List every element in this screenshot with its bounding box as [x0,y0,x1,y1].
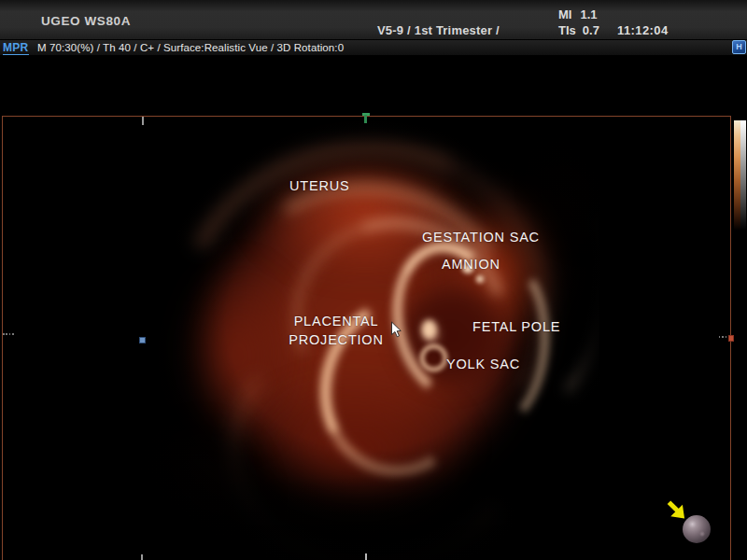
annotation-placental-line1: PLACENTAL [280,312,392,330]
ti-value: 0.7 [583,23,599,37]
probe-orientation-marker-stem [364,115,367,123]
ti-label: TIs [558,23,576,37]
top-edge-tick [142,117,144,125]
annotation-placental-line2: PROJECTION [280,330,392,349]
render-settings-text: M 70:30(%) / Th 40 / C+ / Surface:Realis… [37,42,344,53]
header-bar: UGEO WS80A V5-9 / 1st Trimester / MI 1.1… [0,0,747,39]
bottom-center-tick [365,553,367,560]
status-bar: MPR M 70:30(%) / Th 40 / C+ / Surface:Re… [0,40,747,55]
mi-label: MI [558,7,571,21]
ultrasound-screen: { "header": { "machine_name": "UGEO WS80… [0,0,747,560]
roi-left-handle[interactable] [139,337,146,343]
window-icon[interactable]: H [732,40,746,54]
clock: 11:12:04 [617,23,669,37]
left-center-dotted-marker [3,333,14,335]
mechanical-index: MI 1.1 [558,7,598,21]
colormap-bar [734,120,746,231]
mode-label-mpr[interactable]: MPR [3,41,29,55]
tint-gradient-bar [734,120,740,231]
imaging-viewport: UTERUS GESTATION SAC AMNION PLACENTAL PR… [0,55,747,560]
right-center-dotted-marker [719,336,728,338]
annotation-amnion: AMNION [442,257,500,272]
bottom-edge-tick [141,554,143,560]
roi-right-handle[interactable] [728,335,734,342]
annotation-placental-projection: PLACENTAL PROJECTION [280,312,392,349]
arrow-cursor-icon [390,321,402,339]
annotation-yolk-sac: YOLK SAC [446,357,520,371]
thermal-index: TIs 0.7 [558,23,599,37]
annotation-gestation-sac: GESTATION SAC [422,230,540,245]
mi-value: 1.1 [580,7,597,21]
probe-preset: V5-9 / 1st Trimester / [377,23,500,37]
machine-name: UGEO WS80A [41,14,131,28]
annotation-uterus: UTERUS [289,178,349,193]
gray-gradient-bar [740,120,746,231]
annotation-fetal-pole: FETAL POLE [472,319,560,334]
